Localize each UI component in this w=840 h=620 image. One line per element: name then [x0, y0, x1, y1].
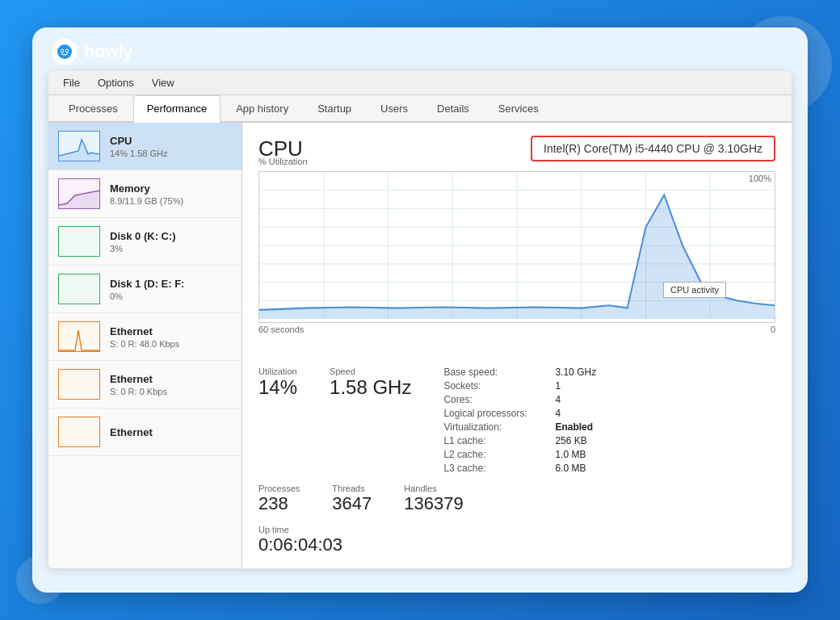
l3-val: 6.0 MB [555, 463, 586, 474]
brand-name: howly [84, 41, 132, 62]
logical-val: 4 [555, 408, 561, 419]
sidebar-item-cpu[interactable]: CPU 14% 1.58 GHz [48, 123, 242, 170]
svg-point-0 [57, 44, 72, 59]
logical-key: Logical processors: [443, 408, 548, 419]
tab-services[interactable]: Services [485, 95, 552, 121]
uptime-value: 0:06:04:03 [258, 534, 342, 555]
menu-file[interactable]: File [55, 74, 88, 91]
chart-y-max: 100% [749, 174, 771, 183]
cpu-header: CPU Intel(R) Core(TM) i5-4440 CPU @ 3.10… [258, 136, 775, 161]
chart-x-end: 0 [771, 325, 775, 334]
handles-value: 136379 [404, 493, 463, 514]
sockets-key: Sockets: [443, 380, 548, 392]
cpu-activity-label: CPU activity [663, 282, 726, 298]
utilization-value: 14% [258, 376, 297, 400]
sidebar-item-ethernet2[interactable]: Ethernet S: 0 R: 0 Kbps [48, 361, 242, 408]
stats-row-2: Processes 238 Threads 3647 Handles 13637… [258, 484, 775, 514]
tab-processes[interactable]: Processes [55, 95, 132, 121]
menu-view[interactable]: View [144, 74, 183, 91]
spec-l1: L1 cache: 256 KB [443, 435, 596, 446]
cpu-chart: 100% [258, 171, 775, 323]
outer-card: howly File Options View Processes Perfor… [32, 27, 808, 593]
disk0-thumbnail [58, 226, 100, 257]
ethernet2-thumbnail [58, 369, 100, 400]
tab-startup[interactable]: Startup [304, 95, 365, 121]
utilization-label: Utilization [258, 367, 297, 376]
svg-rect-10 [59, 274, 100, 304]
cpu-thumbnail [58, 131, 100, 161]
ethernet3-label: Ethernet [110, 426, 232, 438]
memory-thumbnail [58, 178, 100, 209]
sidebar: CPU 14% 1.58 GHz Memory [48, 123, 242, 568]
processes-block: Processes 238 [258, 484, 300, 514]
sidebar-item-disk0[interactable]: Disk 0 (K: C:) 3% [48, 218, 242, 266]
memory-label: Memory [110, 182, 232, 195]
processes-value: 238 [258, 493, 300, 514]
spec-base-speed: Base speed: 3.10 GHz [443, 367, 596, 378]
threads-value: 3647 [332, 493, 372, 514]
speed-block: Speed 1.58 GHz [330, 367, 411, 474]
svg-point-3 [61, 50, 63, 52]
sidebar-item-ethernet3[interactable]: Ethernet [48, 408, 242, 456]
ethernet3-thumbnail [58, 417, 100, 447]
base-speed-val: 3.10 GHz [555, 367, 596, 378]
speed-value: 1.58 GHz [330, 376, 411, 400]
sidebar-item-memory[interactable]: Memory 8.9/11.9 GB (75%) [48, 170, 242, 218]
l3-key: L3 cache: [443, 463, 548, 474]
handles-block: Handles 136379 [404, 484, 463, 514]
virt-key: Virtualization: [443, 421, 548, 433]
svg-rect-9 [59, 227, 100, 257]
menu-options[interactable]: Options [90, 74, 142, 91]
sidebar-item-ethernet1[interactable]: Ethernet S: 0 R: 48.0 Kbps [48, 313, 242, 361]
cpu-model-box: Intel(R) Core(TM) i5-4440 CPU @ 3.10GHz [531, 136, 775, 161]
spec-logical: Logical processors: 4 [443, 408, 596, 419]
tab-bar: Processes Performance App history Startu… [48, 95, 792, 123]
specs-section: Base speed: 3.10 GHz Sockets: 1 Cores: 4 [443, 367, 596, 474]
tab-app-history[interactable]: App history [222, 95, 302, 121]
disk1-sub: 0% [110, 291, 232, 301]
howly-header: howly [32, 27, 808, 71]
memory-sub: 8.9/11.9 GB (75%) [110, 196, 232, 206]
tab-performance[interactable]: Performance [133, 95, 220, 123]
memory-info: Memory 8.9/11.9 GB (75%) [110, 182, 232, 206]
utilization-block: Utilization 14% [258, 367, 297, 474]
howly-icon [52, 39, 78, 65]
processes-label: Processes [258, 484, 300, 493]
stats-row-1: Utilization 14% Speed 1.58 GHz Base spee… [258, 367, 775, 474]
cpu-info: CPU 14% 1.58 GHz [110, 135, 232, 158]
uptime-block: Up time 0:06:04:03 [258, 525, 342, 555]
howly-logo: howly [52, 39, 132, 65]
cpu-label: CPU [110, 135, 232, 147]
ethernet2-sub: S: 0 R: 0 Kbps [110, 387, 232, 396]
cores-key: Cores: [443, 394, 548, 405]
cores-val: 4 [555, 394, 561, 405]
cpu-sub: 14% 1.58 GHz [110, 149, 232, 158]
svg-rect-12 [59, 370, 100, 400]
chart-x-start: 60 seconds [258, 325, 304, 334]
sidebar-item-disk1[interactable]: Disk 1 (D: E: F: 0% [48, 266, 242, 313]
virt-val: Enabled [555, 421, 593, 433]
svg-point-4 [66, 50, 68, 52]
ethernet3-info: Ethernet [110, 426, 232, 438]
sockets-val: 1 [555, 380, 561, 392]
menu-bar: File Options View [48, 71, 792, 95]
threads-block: Threads 3647 [332, 484, 372, 514]
base-speed-key: Base speed: [443, 367, 548, 378]
specs-col-1: Base speed: 3.10 GHz Sockets: 1 Cores: 4 [443, 367, 596, 474]
uptime-label: Up time [258, 525, 342, 534]
stats-row-3: Up time 0:06:04:03 [258, 525, 775, 555]
tab-details[interactable]: Details [423, 95, 483, 121]
spec-cores: Cores: 4 [443, 394, 596, 405]
handles-label: Handles [404, 484, 463, 493]
disk0-sub: 3% [110, 244, 232, 253]
spec-l2: L2 cache: 1.0 MB [443, 449, 596, 460]
l2-val: 1.0 MB [555, 449, 586, 460]
tab-users[interactable]: Users [367, 95, 422, 121]
disk0-label: Disk 0 (K: C:) [110, 230, 232, 242]
chart-y-label: % Utilization [258, 157, 308, 166]
disk1-label: Disk 1 (D: E: F: [110, 278, 232, 290]
ethernet2-label: Ethernet [110, 373, 232, 385]
l1-key: L1 cache: [443, 435, 548, 446]
l2-key: L2 cache: [443, 449, 548, 460]
spec-virt: Virtualization: Enabled [443, 421, 596, 433]
